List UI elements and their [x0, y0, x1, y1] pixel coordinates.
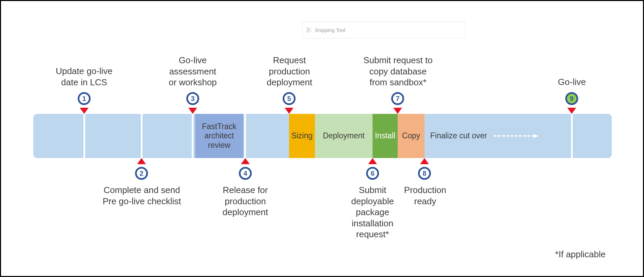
segment-label: Deployment [323, 131, 365, 141]
marker-triangle-icon [420, 158, 429, 164]
step-number: 6 [371, 170, 374, 177]
segment-fasttrack-review: FastTrack architect review [195, 114, 243, 158]
step-number: 2 [139, 170, 143, 177]
segment-sizing: Sizing [289, 114, 315, 158]
step-label-6: Submit deployable package installation r… [342, 185, 403, 240]
step-marker-4: 4 [239, 167, 252, 180]
bar-separator [244, 114, 246, 158]
step-label-2: Complete and send Pre go-live checklist [96, 185, 188, 207]
step-marker-3: 3 [186, 92, 199, 105]
marker-triangle-icon [137, 158, 146, 164]
bar-separator [83, 114, 85, 158]
step-marker-5: 5 [283, 92, 296, 105]
step-marker-9: 9 [565, 92, 578, 105]
step-marker-1: 1 [78, 92, 91, 105]
step-label-8: Production ready [398, 185, 452, 207]
svg-point-0 [307, 28, 308, 29]
timeline-bar: FastTrack architect review Sizing Deploy… [33, 114, 612, 158]
step-marker-7: 7 [391, 92, 404, 105]
segment-label: Copy [402, 131, 420, 141]
bar-separator [571, 114, 573, 158]
step-number: 1 [82, 95, 86, 103]
marker-triangle-icon [368, 158, 377, 164]
marker-triangle-icon [241, 158, 250, 164]
segment-finalize-cutover: Finalize cut over [430, 114, 546, 158]
step-label-3: Go-live assessment or workshop [162, 55, 223, 88]
step-label-4: Release for production deployment [213, 185, 278, 218]
step-number: 7 [396, 95, 399, 103]
segment-label: Sizing [291, 131, 313, 141]
snipping-tool-watermark: Snipping Tool [302, 21, 465, 38]
segment-label: Install [375, 131, 395, 141]
dashed-arrow-icon [494, 135, 534, 137]
step-marker-2: 2 [135, 167, 148, 180]
step-number: 5 [287, 95, 291, 103]
marker-triangle-icon [80, 108, 89, 114]
marker-triangle-icon [393, 108, 402, 114]
svg-line-4 [308, 29, 309, 30]
svg-point-1 [307, 31, 308, 32]
step-label-5: Request production deployment [255, 55, 323, 88]
svg-line-3 [310, 31, 311, 32]
step-number: 9 [570, 95, 573, 103]
segment-label: FastTrack architect review [195, 122, 243, 150]
step-label-7: Submit request to copy database from san… [354, 55, 442, 88]
marker-triangle-icon [567, 108, 576, 114]
scissors-icon [306, 27, 312, 33]
segment-copy: Copy [398, 114, 424, 158]
marker-triangle-icon [285, 108, 293, 114]
step-label-9: Go-live [547, 76, 596, 88]
step-label-1: Update go-live date in LCS [45, 66, 123, 88]
segment-deployment: Deployment [315, 114, 373, 158]
step-number: 4 [243, 170, 247, 177]
step-number: 8 [422, 170, 426, 177]
step-number: 3 [191, 95, 194, 103]
bar-separator [192, 114, 193, 158]
step-marker-6: 6 [366, 167, 379, 180]
segment-install: Install [373, 114, 398, 158]
bar-separator [141, 114, 143, 158]
watermark-label: Snipping Tool [315, 27, 345, 33]
marker-triangle-icon [188, 108, 197, 114]
diagram-frame: Snipping Tool FastTrack architect review… [0, 0, 644, 277]
step-marker-8: 8 [418, 167, 431, 180]
segment-label: Finalize cut over [430, 131, 487, 141]
footnote: *If applicable [555, 249, 606, 260]
